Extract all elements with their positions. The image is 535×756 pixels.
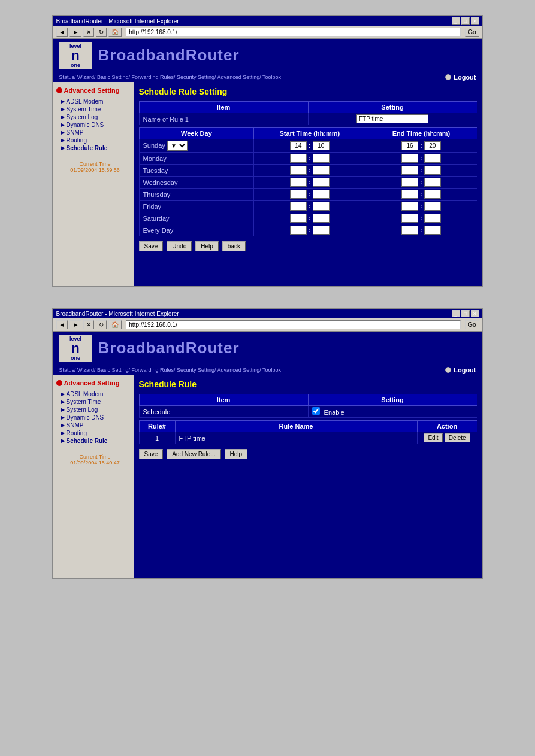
wednesday-start-m[interactable] xyxy=(313,178,330,187)
every-start-m[interactable] xyxy=(313,226,330,235)
sunday-start-m[interactable] xyxy=(313,141,330,150)
forward-browser-btn-2[interactable]: ► xyxy=(69,320,81,329)
sidebar-item-dynamic-dns-1[interactable]: ▶ Dynamic DNS xyxy=(56,121,131,129)
enable-checkbox[interactable] xyxy=(312,407,320,415)
maximize-btn-1[interactable]: □ xyxy=(461,17,470,25)
sidebar-label-log-1: System Log xyxy=(67,114,98,120)
every-end-m[interactable] xyxy=(424,226,441,235)
sidebar-item-adsl-modem-2[interactable]: ▶ ADSL Modem xyxy=(56,390,131,398)
current-time-label-2: Current Time xyxy=(59,454,131,460)
undo-button-1[interactable]: Undo xyxy=(167,241,192,251)
tuesday-start-m[interactable] xyxy=(313,166,330,175)
nav-links-1[interactable]: Status/ Wizard/ Basic Setting/ Forwardin… xyxy=(59,74,446,80)
stop-btn-1[interactable]: ✕ xyxy=(83,28,94,37)
delete-button-1[interactable]: Delete xyxy=(445,433,470,442)
monday-start-h[interactable] xyxy=(290,154,307,163)
address-bar-1[interactable]: http://192.168.0.1/ xyxy=(126,28,461,37)
back-button-1[interactable]: back xyxy=(222,241,246,251)
sidebar-item-snmp-1[interactable]: ▶ SNMP xyxy=(56,129,131,136)
name-rule-input-1[interactable] xyxy=(356,114,428,123)
nav-links-2[interactable]: Status/ Wizard/ Basic Setting/ Forwardin… xyxy=(59,367,446,373)
saturday-start-h[interactable] xyxy=(290,214,307,223)
tuesday-start-h[interactable] xyxy=(290,166,307,175)
saturday-end-m[interactable] xyxy=(424,214,441,223)
minimize-btn-2[interactable]: _ xyxy=(452,310,460,317)
router-ui-1: level n one BroadbandRouter Status/ Wiza… xyxy=(53,39,482,286)
minimize-btn-1[interactable]: _ xyxy=(452,17,460,25)
monday-end-h[interactable] xyxy=(401,154,418,163)
sidebar-item-system-time-1[interactable]: ▶ System Time xyxy=(56,105,131,113)
sidebar-label-routing-1: Routing xyxy=(67,137,87,144)
logout-radio-1[interactable] xyxy=(445,74,451,80)
monday-end: : xyxy=(365,153,477,165)
refresh-btn-2[interactable]: ↻ xyxy=(96,320,107,329)
close-btn-2[interactable]: ✕ xyxy=(471,310,479,317)
home-btn-1[interactable]: 🏠 xyxy=(108,28,122,37)
back-browser-btn-1[interactable]: ◄ xyxy=(56,28,68,37)
back-browser-btn-2[interactable]: ◄ xyxy=(56,320,68,329)
sidebar-item-system-time-2[interactable]: ▶ System Time xyxy=(56,398,131,406)
sidebar-item-schedule-rule-1[interactable]: ▶ Schedule Rule xyxy=(56,144,131,152)
current-time-2: Current Time 01/09/2004 15:40:47 xyxy=(56,454,131,466)
forward-browser-btn-1[interactable]: ► xyxy=(69,28,81,37)
friday-start-m[interactable] xyxy=(313,202,330,211)
every-end: : xyxy=(365,224,477,236)
sidebar-dot-1 xyxy=(56,87,62,93)
saturday-start-m[interactable] xyxy=(313,214,330,223)
wednesday-start-h[interactable] xyxy=(290,178,307,187)
sidebar-item-adsl-modem-1[interactable]: ▶ ADSL Modem xyxy=(56,98,131,105)
refresh-btn-1[interactable]: ↻ xyxy=(96,28,107,37)
home-btn-2[interactable]: 🏠 xyxy=(108,320,122,329)
sunday-end: : xyxy=(365,139,477,153)
stop-btn-2[interactable]: ✕ xyxy=(83,320,94,329)
arrow-13: ▶ xyxy=(61,430,65,436)
logout-radio-2[interactable] xyxy=(445,367,451,373)
go-btn-2[interactable]: Go xyxy=(465,320,479,329)
thursday-end-h[interactable] xyxy=(401,190,418,199)
sidebar-item-system-log-2[interactable]: ▶ System Log xyxy=(56,406,131,414)
friday-start-h[interactable] xyxy=(290,202,307,211)
help-button-2[interactable]: Help xyxy=(225,449,248,459)
thursday-start-m[interactable] xyxy=(313,190,330,199)
save-button-2[interactable]: Save xyxy=(139,449,164,459)
edit-button-1[interactable]: Edit xyxy=(424,433,442,442)
sidebar-item-snmp-2[interactable]: ▶ SNMP xyxy=(56,421,131,429)
browser-window-2: BroadbandRouter - Microsoft Internet Exp… xyxy=(52,308,483,579)
sidebar-item-system-log-1[interactable]: ▶ System Log xyxy=(56,113,131,121)
saturday-end-h[interactable] xyxy=(401,214,418,223)
every-start-h[interactable] xyxy=(290,226,307,235)
close-btn-1[interactable]: ✕ xyxy=(471,17,479,25)
sunday-end-h[interactable] xyxy=(401,141,418,150)
sidebar-item-routing-2[interactable]: ▶ Routing xyxy=(56,429,131,437)
tuesday-end-h[interactable] xyxy=(401,166,418,175)
go-btn-1[interactable]: Go xyxy=(465,28,479,37)
thursday-end-m[interactable] xyxy=(424,190,441,199)
sunday-select[interactable]: ▼ xyxy=(167,141,188,151)
wednesday-end-h[interactable] xyxy=(401,178,418,187)
sidebar-item-schedule-rule-2[interactable]: ▶ Schedule Rule xyxy=(56,437,131,445)
friday-end-m[interactable] xyxy=(424,202,441,211)
content-area-2: Advanced Setting ▶ ADSL Modem ▶ System T… xyxy=(53,375,482,578)
address-bar-2[interactable]: http://192.168.0.1/ xyxy=(126,320,461,329)
add-new-rule-button[interactable]: Add New Rule... xyxy=(167,449,220,459)
friday-end-h[interactable] xyxy=(401,202,418,211)
thursday-start-h[interactable] xyxy=(290,190,307,199)
btn-row-1: Save Undo Help back xyxy=(139,241,477,251)
sunday-end-m[interactable] xyxy=(424,141,441,150)
logout-btn-2[interactable]: Logout xyxy=(454,366,476,374)
logout-btn-1[interactable]: Logout xyxy=(454,74,476,81)
monday-end-m[interactable] xyxy=(424,154,441,163)
sidebar-item-dynamic-dns-2[interactable]: ▶ Dynamic DNS xyxy=(56,414,131,421)
save-button-1[interactable]: Save xyxy=(139,241,164,251)
day-every: Every Day xyxy=(139,224,254,236)
maximize-btn-2[interactable]: □ xyxy=(461,310,470,317)
wednesday-end-m[interactable] xyxy=(424,178,441,187)
monday-start-m[interactable] xyxy=(313,154,330,163)
sunday-start-h[interactable] xyxy=(290,141,307,150)
help-button-1[interactable]: Help xyxy=(195,241,219,251)
sidebar-label-time-1: System Time xyxy=(67,106,101,113)
sidebar-label-snmp-2: SNMP xyxy=(67,422,84,429)
every-end-h[interactable] xyxy=(401,226,418,235)
sidebar-item-routing-1[interactable]: ▶ Routing xyxy=(56,136,131,144)
tuesday-end-m[interactable] xyxy=(424,166,441,175)
